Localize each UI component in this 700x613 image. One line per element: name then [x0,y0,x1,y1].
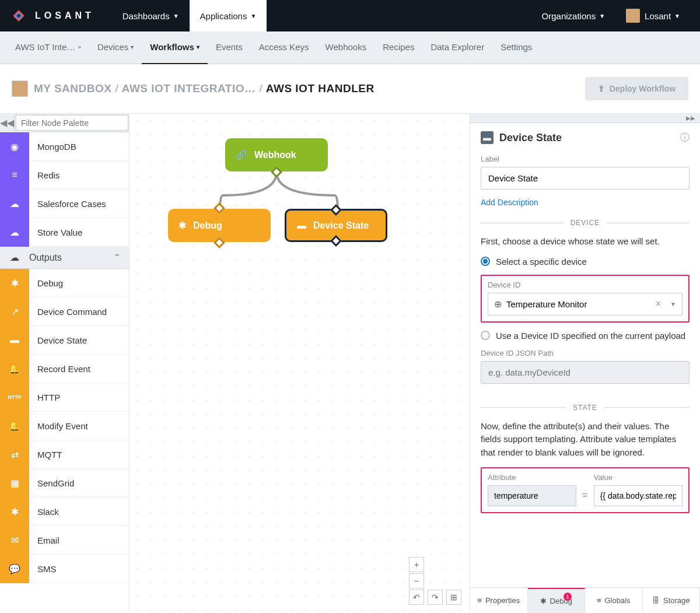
output-port[interactable] [330,235,342,247]
http-icon: HTTP [0,383,29,412]
cloud-icon: ☁ [0,190,29,218]
tab-debug[interactable]: ✱Debug1 [528,588,586,613]
radio-icon [481,257,490,266]
stack-icon: ≡ [0,161,29,190]
subnav-devices[interactable]: Devices▾ [89,31,142,64]
input-port[interactable] [214,202,225,214]
palette-mqtt[interactable]: ⇄MQTT [0,440,129,469]
bug-icon: ✱ [178,220,186,231]
device-select[interactable]: ⊕ Temperature Monitor × ▼ [488,293,682,316]
grid-button[interactable]: ⊞ [446,590,461,605]
palette-http[interactable]: HTTPHTTP [0,383,129,412]
nav-organizations[interactable]: Organizations▼ [531,0,615,31]
properties-panel: ▶▶ ▬ Device State ⓘ Label Add Descriptio… [470,114,700,613]
upload-icon: ⬆ [598,84,605,93]
palette-slack[interactable]: ✱Slack [0,498,129,526]
nav-applications[interactable]: Applications▼ [190,0,267,31]
zoom-in-button[interactable]: + [409,557,424,572]
palette-mongodb[interactable]: ◉MongoDB [0,132,129,161]
database-icon: 🗄 [652,596,660,605]
state-section-label: STATE [566,404,604,412]
nav-dashboards[interactable]: Dashboards▼ [112,0,190,31]
json-path-input [481,361,690,384]
logo-icon [9,6,28,25]
arrow-icon: ↗ [0,297,29,326]
device-intro-text: First, choose a device whose state we wi… [481,235,690,248]
undo-button[interactable]: ↶ [409,590,424,605]
output-port[interactable] [271,166,282,178]
bug-icon: ✱ [0,269,29,297]
node-device-state[interactable]: ▬ Device State [285,209,387,242]
chevron-down-icon: ▼ [670,301,676,307]
redo-button[interactable]: ↷ [428,590,443,605]
subnav-workflows[interactable]: Workflows▾ [142,31,208,64]
label-input[interactable] [481,167,690,190]
crumb-sandbox[interactable]: MY SANDBOX [34,82,111,95]
radio-payload-device[interactable]: Use a Device ID specified on the current… [481,331,690,341]
cloud-up-icon: ☁ [0,252,29,263]
palette-store-value[interactable]: ☁Store Value [0,218,129,247]
gear-icon: ⊕ [494,299,502,310]
zoom-out-button[interactable]: − [409,573,424,589]
node-webhook[interactable]: 🔗 Webhook [225,138,328,171]
subnav-access-keys[interactable]: Access Keys [251,31,317,64]
clear-icon[interactable]: × [656,299,661,309]
input-port[interactable] [330,204,342,216]
filter-palette-input[interactable] [16,115,128,131]
palette-debug[interactable]: ✱Debug [0,269,129,297]
value-input[interactable] [594,485,682,506]
node-debug[interactable]: ✱ Debug [168,209,271,242]
list-icon: ≡ [477,596,482,605]
palette-email[interactable]: ✉Email [0,526,129,555]
expand-panel-button[interactable]: ▶▶ [470,114,700,123]
palette-record-event[interactable]: 🔔Record Event [0,355,129,383]
palette-device-state[interactable]: ▬Device State [0,326,129,355]
link-icon: 🔗 [236,149,247,160]
help-icon[interactable]: ⓘ [680,132,690,144]
chevron-up-icon: ⌃ [113,252,121,263]
palette-modify-event[interactable]: 🔔Modify Event [0,412,129,440]
list-icon: ≡ [597,596,601,605]
avatar [626,9,640,23]
palette-salesforce[interactable]: ☁Salesforce Cases [0,190,129,218]
attribute-input[interactable] [488,485,576,506]
logo[interactable]: LOSANT [9,6,94,25]
panel-tabs: ≡Properties ✱Debug1 ≡Globals 🗄Storage [470,587,700,613]
json-path-label: Device ID JSON Path [481,349,690,358]
tab-properties[interactable]: ≡Properties [470,588,528,613]
subnav-data-explorer[interactable]: Data Explorer [422,31,492,64]
crumb-app[interactable]: AWS IOT INTEGRATIO… [122,82,256,95]
sub-nav: AWS IoT Inte…» Devices▾ Workflows▾ Event… [0,31,700,64]
add-description-link[interactable]: Add Description [481,198,690,207]
subnav-recipes[interactable]: Recipes [374,31,422,64]
bell-icon: 🔔 [0,412,29,440]
subnav-app[interactable]: AWS IoT Inte…» [7,31,89,64]
palette-sms[interactable]: 💬SMS [0,555,129,583]
breadcrumb-avatar [12,80,28,97]
palette-sendgrid[interactable]: ▦SendGrid [0,469,129,498]
tab-storage[interactable]: 🗄Storage [643,588,701,613]
leaf-icon: ◉ [0,132,29,161]
palette-device-command[interactable]: ↗Device Command [0,297,129,326]
swap-icon: ⇄ [0,440,29,469]
state-intro-text: Now, define the attribute(s) and their v… [481,420,690,460]
subnav-webhooks[interactable]: Webhooks [317,31,375,64]
palette-section-outputs[interactable]: ☁ Outputs ⌃ [0,247,129,269]
bell-icon: 🔔 [0,355,29,383]
workflow-canvas[interactable]: 🔗 Webhook ✱ Debug ▬ Device State + − ↶ ↷… [130,114,470,613]
minus-icon: ▬ [297,220,306,231]
collapse-palette-button[interactable]: ◀◀ [0,114,15,132]
subnav-events[interactable]: Events [208,31,251,64]
radio-specific-device[interactable]: Select a specific device [481,257,690,267]
minus-icon: ▬ [481,131,494,144]
palette-redis[interactable]: ≡Redis [0,161,129,190]
subnav-settings[interactable]: Settings [492,31,540,64]
brand-text: LOSANT [35,10,94,21]
attribute-highlight: Attribute = Value [481,467,690,513]
deploy-button[interactable]: ⬆ Deploy Workflow [585,77,688,100]
bug-icon: ✱ [540,597,547,605]
nav-user-menu[interactable]: Losant▼ [615,0,691,31]
chat-icon: 💬 [0,555,29,583]
tab-globals[interactable]: ≡Globals [585,588,643,613]
output-port[interactable] [214,237,225,248]
